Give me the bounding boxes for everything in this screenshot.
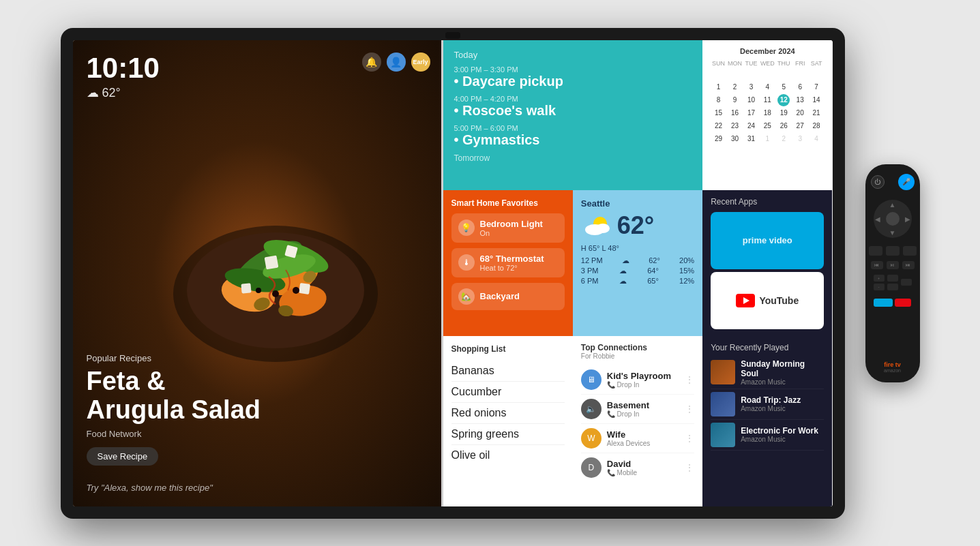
cal-day-22[interactable]: 22 — [713, 120, 725, 132]
cal-day-4[interactable]: 4 — [761, 81, 773, 93]
cal-day-27[interactable]: 27 — [794, 120, 806, 132]
music-item-3[interactable]: Electronic For Work Amazon Music — [711, 420, 824, 451]
conn-dots-2[interactable]: ⋮ — [685, 404, 694, 414]
cal-day-20[interactable]: 20 — [794, 107, 806, 119]
bell-icon[interactable]: 🔔 — [362, 52, 381, 72]
cal-day-6[interactable]: 6 — [794, 81, 806, 93]
fast-forward-button[interactable]: ⏭ — [902, 261, 915, 269]
cal-day-10[interactable]: 10 — [745, 94, 757, 106]
save-recipe-button[interactable]: Save Recipe — [87, 447, 159, 466]
cal-day-18[interactable]: 18 — [761, 107, 773, 119]
home-button[interactable] — [886, 246, 900, 256]
cal-day-23[interactable]: 23 — [729, 120, 741, 132]
play-pause-button[interactable]: ⏯ — [887, 261, 899, 269]
alexa-button[interactable]: 🎤 — [898, 174, 915, 190]
mute-button[interactable] — [901, 279, 912, 286]
cal-day-7[interactable]: 7 — [810, 81, 822, 93]
conn-status-3: Alexa Devices — [607, 440, 650, 447]
menu-button[interactable] — [903, 246, 917, 256]
youtube-app[interactable]: YouTube — [711, 272, 824, 329]
calendar-month: December 2024 — [711, 47, 824, 55]
music-item-2[interactable]: Road Trip: Jazz Amazon Music — [711, 389, 824, 420]
cal-day-30[interactable]: 30 — [729, 133, 741, 145]
camera-notch — [445, 32, 460, 39]
forecast-time-2: 3 PM — [581, 267, 599, 275]
shopping-item-3[interactable]: Red onions — [451, 403, 565, 424]
cal-header-wed: WED — [760, 59, 775, 67]
cal-day-21[interactable]: 21 — [810, 107, 822, 119]
music-item-1[interactable]: Sunday Morning Soul Amazon Music — [711, 357, 824, 389]
cal-day-17[interactable]: 17 — [745, 107, 757, 119]
weather-display: ☁ 62° — [87, 85, 160, 100]
back-button[interactable] — [869, 246, 882, 256]
cal-day-16[interactable]: 16 — [729, 107, 741, 119]
forecast-row-2: 3 PM ☁ 64° 15% — [581, 267, 694, 275]
cal-day-1[interactable]: 1 — [713, 81, 725, 93]
event-3: 5:00 PM – 6:00 PM • Gymnastics — [454, 124, 692, 148]
cal-day-28[interactable]: 28 — [810, 120, 822, 132]
cal-day-13[interactable]: 13 — [794, 94, 806, 106]
dpad-up[interactable]: ▲ — [889, 201, 896, 209]
forecast-icon-1: ☁ — [622, 256, 629, 265]
prime-video-app[interactable]: prime video — [711, 212, 824, 269]
cal-day-19[interactable]: 19 — [777, 107, 790, 119]
cal-day-24[interactable]: 24 — [745, 120, 757, 132]
cal-header-mon: MON — [727, 59, 743, 67]
conn-dots-1[interactable]: ⋮ — [685, 374, 694, 385]
conn-avatar-3: W — [581, 428, 602, 449]
cal-header-sat: SAT — [809, 59, 825, 67]
cal-day-9[interactable]: 9 — [729, 94, 741, 106]
forecast-icon-3: ☁ — [619, 277, 627, 286]
cal-day-12-today[interactable]: 12 — [777, 94, 790, 106]
cal-day-14[interactable]: 14 — [810, 94, 822, 106]
ch-up[interactable] — [887, 275, 898, 282]
user-icon[interactable]: 👤 — [387, 52, 406, 72]
dpad-left[interactable]: ◀ — [875, 215, 880, 222]
cal-day — [810, 68, 822, 80]
device-backyard[interactable]: 🏡 Backyard — [451, 283, 565, 310]
dpad[interactable]: ▲ ▼ ◀ ▶ — [874, 200, 912, 238]
cal-day-29[interactable]: 29 — [713, 133, 725, 145]
device-bedroom-light[interactable]: 💡 Bedroom Light On — [451, 213, 565, 243]
cal-day-8[interactable]: 8 — [713, 94, 725, 106]
weather-widget: Seattle 62° H 65° L 48° — [573, 190, 702, 336]
event-3-time: 5:00 PM – 6:00 PM — [454, 124, 692, 132]
connection-david[interactable]: D David 📞 Mobile ⋮ — [581, 453, 694, 482]
cal-day-3[interactable]: 3 — [745, 81, 757, 93]
connection-kids-playroom[interactable]: 🖥 Kid's Playroom 📞 Drop In ⋮ — [581, 365, 694, 395]
cal-day-5[interactable]: 5 — [777, 81, 790, 93]
dpad-right[interactable]: ▶ — [905, 215, 910, 222]
dpad-down[interactable]: ▼ — [889, 229, 896, 237]
cal-day-25[interactable]: 25 — [761, 120, 773, 132]
connection-basement[interactable]: 🔈 Basement 📞 Drop In ⋮ — [581, 395, 694, 424]
svg-point-16 — [272, 290, 279, 297]
netflix-shortcut-button[interactable] — [895, 299, 911, 307]
shopping-item-5[interactable]: Olive oil — [451, 445, 565, 466]
shopping-item-2[interactable]: Cucumber — [451, 382, 565, 403]
shopping-item-1[interactable]: Bananas — [451, 361, 565, 382]
vol-up[interactable]: + — [874, 275, 885, 282]
prime-shortcut-button[interactable] — [874, 299, 893, 307]
device-thermostat[interactable]: 🌡 68° Thermostat Heat to 72° — [451, 248, 565, 277]
music-source-2: Amazon Music — [741, 405, 801, 412]
cal-day-26[interactable]: 26 — [777, 120, 790, 132]
screen-content: 10:10 ☁ 62° 🔔 👤 Early Popular Recipes — [73, 40, 833, 506]
ch-down[interactable] — [887, 284, 898, 290]
vol-down[interactable]: - — [874, 284, 885, 290]
event-1-name: • Daycare pickup — [454, 74, 692, 89]
cal-day-11[interactable]: 11 — [761, 94, 773, 106]
recipe-title: Feta &Arugula Salad — [87, 367, 261, 425]
shopping-item-4[interactable]: Spring greens — [451, 424, 565, 445]
popular-label: Popular Recipes — [87, 353, 261, 363]
remote-power-button[interactable]: ⏻ — [871, 175, 885, 189]
connection-wife[interactable]: W Wife Alexa Devices ⋮ — [581, 424, 694, 453]
conn-dots-4[interactable]: ⋮ — [685, 462, 694, 473]
recent-apps-widget: Recent Apps prime video YouTube — [702, 190, 832, 336]
cal-day-31[interactable]: 31 — [745, 133, 757, 145]
cal-day: 1 — [761, 133, 773, 145]
rewind-button[interactable]: ⏮ — [871, 261, 883, 269]
calendar-grid: SUN MON TUE WED THU FRI SAT — [711, 59, 824, 145]
cal-day-2[interactable]: 2 — [729, 81, 741, 93]
conn-dots-3[interactable]: ⋮ — [685, 433, 694, 444]
cal-day-15[interactable]: 15 — [713, 107, 725, 119]
